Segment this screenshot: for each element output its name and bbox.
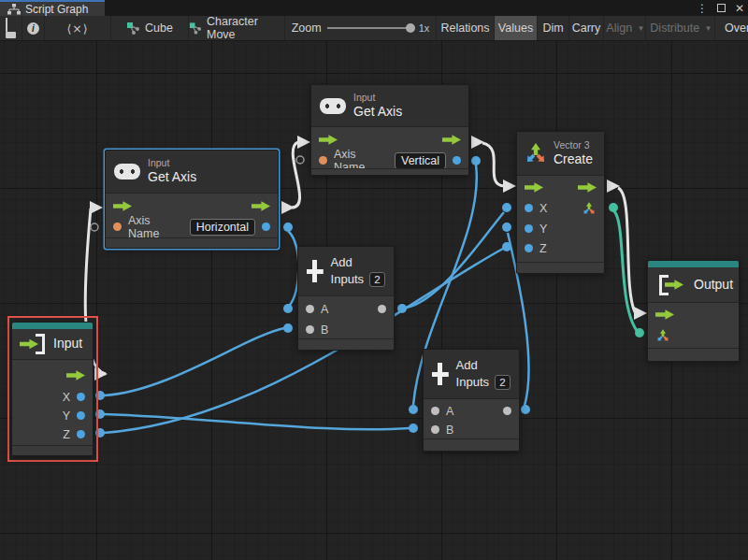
node-get-axis-horizontal[interactable]: Input Get Axis Axis Name Horizontal [105,150,279,249]
float-port-icon[interactable] [525,244,533,252]
input-icon [18,334,48,354]
node-get-axis-vertical[interactable]: Input Get Axis Axis Name Vertical [310,84,469,176]
string-port-icon[interactable] [319,156,327,165]
breadcrumb-cube[interactable]: Cube [111,16,189,40]
port-row-y: Y [12,406,93,425]
node-vector3-create[interactable]: Vector 3 Create X Y Z [516,131,605,274]
node-input[interactable]: Input X Y Z [11,322,94,456]
node-title: Input [53,336,82,352]
inputs-label: Inputs [331,271,364,288]
dim-button[interactable]: Dim [538,16,569,40]
flow-arrow-icon [442,135,461,145]
node-title: Get Axis [148,169,196,186]
generic-port-icon[interactable] [431,425,439,434]
inputs-count-field[interactable]: 2 [369,272,385,287]
overview-button[interactable]: Overview [715,16,748,40]
float-port-icon[interactable] [77,430,85,438]
flow-arrow-icon [252,201,270,211]
plus-icon [307,260,324,282]
generic-port-icon[interactable] [306,305,314,313]
generic-port-icon[interactable] [503,407,511,415]
node-title: Output [694,277,733,294]
port-row-b: B [424,420,519,439]
chevron-down-icon: ▾ [639,23,643,33]
port-row-a: A [424,401,519,421]
window-controls: ⋮ ✕ [697,0,744,16]
port-row-x: X [12,387,93,407]
float-port-icon[interactable] [77,393,85,401]
flow-arrow-icon [578,182,597,193]
zoom-slider[interactable] [327,27,413,29]
tab-script-graph[interactable]: Script Graph [0,0,105,16]
port-label: A [321,303,328,316]
vector-in-row [648,325,739,345]
generic-port-icon[interactable] [378,305,386,313]
control-row [517,178,604,197]
node-footer [12,445,93,455]
axis-name-field[interactable]: Horizontal [190,219,255,236]
breadcrumb-character-move[interactable]: Character Move [189,16,285,40]
inputs-label: Inputs [456,374,489,391]
port-label: Y [539,223,547,236]
port-row-z: Z [517,238,604,258]
graph-node-icon [126,22,140,35]
graph-output-bar [648,261,739,267]
axis-name-row: Axis Name Vertical [311,151,468,170]
axis-name-field[interactable]: Vertical [395,152,446,169]
zoom-control: Zoom 1x [285,16,437,40]
angle-brackets-icon: ⟨×⟩ [66,22,88,36]
plus-icon [432,363,449,385]
zoom-label: Zoom [292,22,322,35]
zoom-slider-handle[interactable] [406,23,415,33]
float-port-icon[interactable] [77,411,85,420]
node-footer [648,348,739,361]
flow-arrow-icon [113,201,132,211]
lock-icon [6,19,16,38]
node-title: Create [554,151,593,168]
port-label: B [321,323,328,337]
port-row-b: B [298,320,394,339]
generic-port-icon[interactable] [431,407,439,415]
inputs-count-field[interactable]: 2 [495,375,511,390]
node-add-2[interactable]: Add Inputs 2 A B [423,349,520,452]
port-row-x: X [517,198,604,218]
info-icon: i [27,22,39,35]
gamepad-icon [320,98,346,114]
carry-button[interactable]: Carry [569,16,604,40]
string-port-icon[interactable] [113,223,122,231]
port-label: X [63,391,70,404]
node-output[interactable]: Output [647,260,740,362]
breadcrumb-label: Character Move [207,15,284,41]
code-view-button[interactable]: ⟨×⟩ [45,16,111,40]
port-label: Y [63,409,70,423]
node-caption: Input [353,92,402,104]
align-dropdown[interactable]: Align ▾ [604,16,646,40]
vector3-port-icon[interactable] [582,201,597,216]
node-footer [311,168,468,175]
flow-arrow-icon [655,309,674,320]
lock-button[interactable] [0,16,22,40]
float-port-icon[interactable] [262,223,270,231]
relations-button[interactable]: Relations [437,16,495,40]
generic-port-icon[interactable] [306,325,314,334]
port-label: Z [539,242,547,255]
control-row [648,305,739,324]
distribute-dropdown[interactable]: Distribute ▾ [646,16,715,40]
vector3-port-icon[interactable] [655,328,670,343]
values-button[interactable]: Values [495,16,538,40]
kebab-menu-icon[interactable]: ⋮ [697,3,708,14]
node-footer [424,438,519,451]
chevron-down-icon: ▾ [706,23,711,33]
node-title: Add [331,254,385,271]
port-label: Z [63,428,70,441]
float-port-icon[interactable] [525,204,533,212]
maximize-icon[interactable] [717,4,726,12]
info-button[interactable]: i [22,16,45,40]
breadcrumb-label: Cube [145,22,173,35]
node-add-1[interactable]: Add Inputs 2 A B [297,246,395,351]
close-icon[interactable]: ✕ [735,3,744,14]
float-port-icon[interactable] [525,224,533,233]
param-label: Axis Name [128,214,183,240]
flow-arrow-icon [66,370,85,381]
float-port-icon[interactable] [453,156,461,165]
